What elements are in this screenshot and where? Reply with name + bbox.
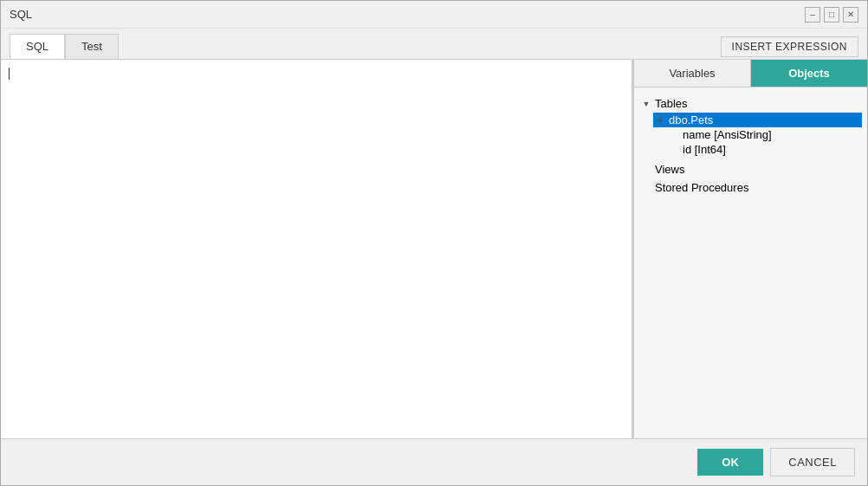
tab-bar: SQL Test <box>10 34 119 59</box>
main-content: SQL Test INSERT EXPRESSION Variables <box>1 29 867 438</box>
cancel-button[interactable]: CANCEL <box>770 448 855 476</box>
tab-sql[interactable]: SQL <box>10 34 65 59</box>
views-node: ▶ Views <box>639 160 862 178</box>
insert-expression-button[interactable]: INSERT EXPRESSION <box>721 36 858 57</box>
minimize-button[interactable]: – <box>805 7 820 23</box>
dbo-pets-children: ▶ name [AnsiString] ▶ id [Int64] <box>653 127 862 157</box>
close-button[interactable]: ✕ <box>843 7 858 23</box>
id-field-label: id [Int64] <box>683 143 726 156</box>
title-bar-controls: – □ ✕ <box>805 7 858 23</box>
dbo-pets-label: dbo.Pets <box>669 113 713 126</box>
panel-tab-variables[interactable]: Variables <box>634 60 751 87</box>
top-bar: SQL Test INSERT EXPRESSION <box>1 29 867 59</box>
tree-view: ▼ Tables ▼ dbo.Pets <box>634 87 867 438</box>
stored-procedures-node: ▶ Stored Procedures <box>639 178 862 197</box>
views-label: Views <box>655 163 684 176</box>
panel-tab-objects[interactable]: Objects <box>751 60 867 87</box>
tab-test[interactable]: Test <box>65 34 119 59</box>
sql-editor[interactable] <box>1 60 632 438</box>
name-field-label: name [AnsiString] <box>683 128 772 141</box>
maximize-button[interactable]: □ <box>824 7 839 23</box>
dbo-pets-node: ▼ dbo.Pets ▶ name [AnsiString] <box>653 111 862 159</box>
tables-toggle-icon: ▼ <box>641 99 651 109</box>
dbo-pets-toggle-icon: ▼ <box>655 115 665 126</box>
dbo-pets-row[interactable]: ▼ dbo.Pets <box>653 113 862 127</box>
ok-button[interactable]: OK <box>697 449 763 476</box>
footer: OK CANCEL <box>1 438 867 485</box>
tables-row[interactable]: ▼ Tables <box>639 96 862 111</box>
stored-procedures-label: Stored Procedures <box>655 181 748 194</box>
tables-children: ▼ dbo.Pets ▶ name [AnsiString] <box>639 111 862 159</box>
dialog: SQL – □ ✕ SQL Test INSERT EXPRESSION <box>0 0 868 486</box>
tables-node: ▼ Tables ▼ dbo.Pets <box>639 94 862 160</box>
tables-label: Tables <box>655 97 688 110</box>
title-bar: SQL – □ ✕ <box>1 1 867 29</box>
right-panel: Variables Objects ▼ Tables <box>633 60 867 438</box>
id-field-row[interactable]: ▶ id [Int64] <box>667 142 862 157</box>
views-row[interactable]: ▶ Views <box>639 162 862 177</box>
name-field-row[interactable]: ▶ name [AnsiString] <box>667 127 862 142</box>
content-area: Variables Objects ▼ Tables <box>1 59 867 438</box>
dialog-title: SQL <box>10 8 32 21</box>
sql-editor-container <box>1 60 633 438</box>
panel-tab-bar: Variables Objects <box>634 60 867 87</box>
stored-procedures-row[interactable]: ▶ Stored Procedures <box>639 180 862 195</box>
